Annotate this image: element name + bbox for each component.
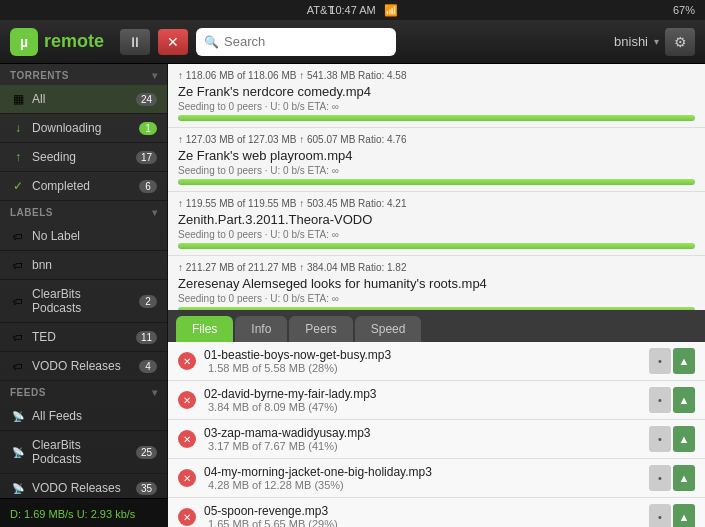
- sidebar-item-vodo-label[interactable]: 🏷 VODO Releases 4: [0, 352, 167, 381]
- torrent-progress-fill-1: [178, 179, 695, 185]
- ted-icon: 🏷: [10, 332, 26, 343]
- clearbits-feeds-badge: 25: [136, 446, 157, 459]
- sidebar-item-seeding[interactable]: ↑ Seeding 17: [0, 143, 167, 172]
- sidebar-all-label: All: [32, 92, 130, 106]
- file-dot-btn-4[interactable]: •: [649, 504, 671, 527]
- all-icon: ▦: [10, 92, 26, 106]
- torrent-progress-fill-2: [178, 243, 695, 249]
- file-tabs-area: Files Info Peers Speed: [168, 310, 705, 342]
- file-dot-btn-1[interactable]: •: [649, 387, 671, 413]
- torrents-chevron: ▾: [152, 70, 158, 81]
- tab-files[interactable]: Files: [176, 316, 233, 342]
- file-size-2: 3.17 MB of 7.67 MB (41%): [208, 440, 641, 452]
- downloading-icon: ↓: [10, 121, 26, 135]
- pause-button[interactable]: ⏸: [120, 29, 150, 55]
- torrent-progress-bg-1: [178, 179, 695, 185]
- torrent-progress-bg-2: [178, 243, 695, 249]
- torrent-title-3: Zeresenay Alemseged looks for humanity's…: [178, 276, 695, 291]
- username-label: bnishi: [614, 34, 648, 49]
- wifi-icon: 📶: [384, 4, 398, 17]
- file-item-2[interactable]: ✕ 03-zap-mama-wadidyusay.mp3 3.17 MB of …: [168, 420, 705, 459]
- file-name-3: 04-my-morning-jacket-one-big-holiday.mp3: [204, 465, 641, 479]
- completed-badge: 6: [139, 180, 157, 193]
- app-logo-icon: µ: [10, 28, 38, 56]
- tab-info[interactable]: Info: [235, 316, 287, 342]
- torrent-meta-1: Seeding to 0 peers · U: 0 b/s ETA: ∞: [178, 165, 695, 176]
- torrent-item-0[interactable]: ↑ 118.06 MB of 118.06 MB ↑ 541.38 MB Rat…: [168, 64, 705, 128]
- clearbits-badge: 2: [139, 295, 157, 308]
- file-up-btn-1[interactable]: ▲: [673, 387, 695, 413]
- sidebar-status-label: D: 1.69 MB/s U: 2.93 kb/s: [10, 508, 135, 520]
- labels-section-header: LABELS ▾: [0, 201, 167, 222]
- torrent-item-2[interactable]: ↑ 119.55 MB of 119.55 MB ↑ 503.45 MB Rat…: [168, 192, 705, 256]
- clearbits-feeds-icon: 📡: [10, 447, 26, 458]
- sidebar-item-all-feeds[interactable]: 📡 All Feeds: [0, 402, 167, 431]
- file-size-3: 4.28 MB of 12.28 MB (35%): [208, 479, 641, 491]
- file-status-icon-4: ✕: [178, 508, 196, 526]
- close-button[interactable]: ✕: [158, 29, 188, 55]
- sidebar-seeding-label: Seeding: [32, 150, 130, 164]
- torrent-progress-fill-0: [178, 115, 695, 121]
- file-item-1[interactable]: ✕ 02-david-byrne-my-fair-lady.mp3 3.84 M…: [168, 381, 705, 420]
- torrent-stats-2: ↑ 119.55 MB of 119.55 MB ↑ 503.45 MB Rat…: [178, 198, 695, 209]
- vodo-feeds-icon: 📡: [10, 483, 26, 494]
- sidebar-item-clearbits[interactable]: 🏷 ClearBits Podcasts 2: [0, 280, 167, 323]
- sidebar-item-clearbits-feeds[interactable]: 📡 ClearBits Podcasts 25: [0, 431, 167, 474]
- file-dot-btn-2[interactable]: •: [649, 426, 671, 452]
- topbar: µ remote ⏸ ✕ 🔍 bnishi ▾ ⚙: [0, 20, 705, 64]
- tab-peers[interactable]: Peers: [289, 316, 352, 342]
- user-dropdown-button[interactable]: ▾: [654, 36, 659, 47]
- file-status-icon-2: ✕: [178, 430, 196, 448]
- torrent-title-0: Ze Frank's nerdcore comedy.mp4: [178, 84, 695, 99]
- bnn-icon: 🏷: [10, 260, 26, 271]
- downloading-badge: 1: [139, 122, 157, 135]
- file-up-btn-4[interactable]: ▲: [673, 504, 695, 527]
- file-info-0: 01-beastie-boys-now-get-busy.mp3 1.58 MB…: [204, 348, 641, 374]
- sidebar-item-ted[interactable]: 🏷 TED 11: [0, 323, 167, 352]
- seeding-icon: ↑: [10, 150, 26, 164]
- sidebar-item-downloading[interactable]: ↓ Downloading 1: [0, 114, 167, 143]
- torrent-stats-3: ↑ 211.27 MB of 211.27 MB ↑ 384.04 MB Rat…: [178, 262, 695, 273]
- file-up-btn-3[interactable]: ▲: [673, 465, 695, 491]
- file-dot-btn-0[interactable]: •: [649, 348, 671, 374]
- file-info-4: 05-spoon-revenge.mp3 1.65 MB of 5.65 MB …: [204, 504, 641, 527]
- torrent-meta-0: Seeding to 0 peers · U: 0 b/s ETA: ∞: [178, 101, 695, 112]
- file-size-1: 3.84 MB of 8.09 MB (47%): [208, 401, 641, 413]
- vodo-feeds-badge: 35: [136, 482, 157, 495]
- file-up-btn-2[interactable]: ▲: [673, 426, 695, 452]
- file-status-icon-3: ✕: [178, 469, 196, 487]
- torrents-section-header: TORRENTS ▾: [0, 64, 167, 85]
- file-item-3[interactable]: ✕ 04-my-morning-jacket-one-big-holiday.m…: [168, 459, 705, 498]
- sidebar-item-completed[interactable]: ✓ Completed 6: [0, 172, 167, 201]
- sidebar-bnn-label: bnn: [32, 258, 157, 272]
- no-label-icon: 🏷: [10, 231, 26, 242]
- sidebar-clearbits-feeds-label: ClearBits Podcasts: [32, 438, 130, 466]
- torrent-item-1[interactable]: ↑ 127.03 MB of 127.03 MB ↑ 605.07 MB Rat…: [168, 128, 705, 192]
- search-icon: 🔍: [204, 35, 219, 49]
- file-item-4[interactable]: ✕ 05-spoon-revenge.mp3 1.65 MB of 5.65 M…: [168, 498, 705, 527]
- sidebar-item-no-label[interactable]: 🏷 No Label: [0, 222, 167, 251]
- torrent-item-3[interactable]: ↑ 211.27 MB of 211.27 MB ↑ 384.04 MB Rat…: [168, 256, 705, 310]
- vodo-label-badge: 4: [139, 360, 157, 373]
- time-label: 10:47 AM: [329, 4, 375, 16]
- file-up-btn-0[interactable]: ▲: [673, 348, 695, 374]
- settings-button[interactable]: ⚙: [665, 28, 695, 56]
- clearbits-label-icon: 🏷: [10, 296, 26, 307]
- file-item-0[interactable]: ✕ 01-beastie-boys-now-get-busy.mp3 1.58 …: [168, 342, 705, 381]
- completed-icon: ✓: [10, 179, 26, 193]
- sidebar-downloading-label: Downloading: [32, 121, 133, 135]
- sidebar-item-bnn[interactable]: 🏷 bnn: [0, 251, 167, 280]
- file-dot-btn-3[interactable]: •: [649, 465, 671, 491]
- sidebar-vodo-label-label: VODO Releases: [32, 359, 133, 373]
- tab-speed[interactable]: Speed: [355, 316, 422, 342]
- sidebar-ted-label: TED: [32, 330, 130, 344]
- torrent-stats-0: ↑ 118.06 MB of 118.06 MB ↑ 541.38 MB Rat…: [178, 70, 695, 81]
- file-controls-0: • ▲: [649, 348, 695, 374]
- sidebar-item-all[interactable]: ▦ All 24: [0, 85, 167, 114]
- vodo-label-icon: 🏷: [10, 361, 26, 372]
- file-size-0: 1.58 MB of 5.58 MB (28%): [208, 362, 641, 374]
- search-input[interactable]: [196, 28, 396, 56]
- sidebar-no-label-label: No Label: [32, 229, 157, 243]
- seeding-badge: 17: [136, 151, 157, 164]
- tab-bar: Files Info Peers Speed: [168, 310, 705, 342]
